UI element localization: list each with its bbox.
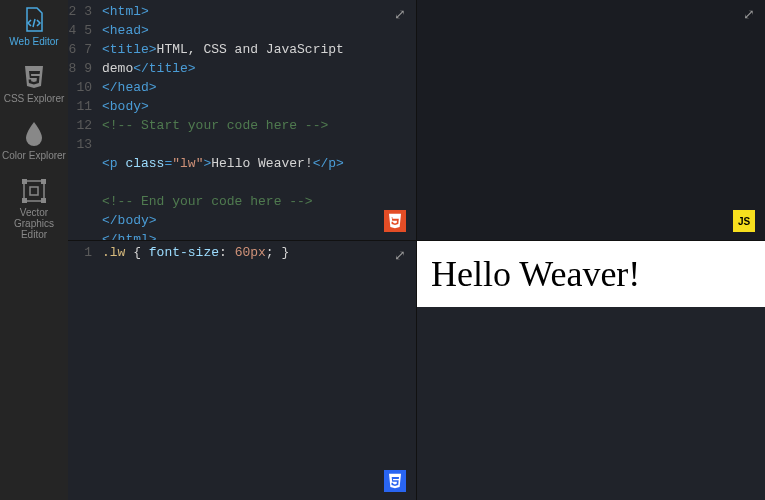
- code-content[interactable]: .lw { font-size: 60px; }: [102, 243, 416, 262]
- html5-badge-icon: [384, 210, 406, 232]
- line-gutter: 2 3 4 5 6 7 8 9 10 11 12 13: [68, 2, 102, 240]
- svg-rect-2: [41, 179, 46, 184]
- editor-grid: ⤢ 2 3 4 5 6 7 8 9 10 11 12 13 <html> <he…: [68, 0, 765, 500]
- sidebar-item-label: Vector Graphics Editor: [2, 207, 66, 240]
- css-badge-icon: [384, 470, 406, 492]
- css3-icon: [20, 63, 48, 91]
- sidebar-item-label: CSS Explorer: [4, 93, 65, 104]
- css-code-editor[interactable]: 1 .lw { font-size: 60px; }: [68, 241, 416, 262]
- sidebar-item-color-explorer[interactable]: Color Explorer: [0, 116, 68, 165]
- preview-pane: Hello Weaver!: [417, 241, 765, 500]
- vector-icon: [20, 177, 48, 205]
- sidebar-item-css-explorer[interactable]: CSS Explorer: [0, 59, 68, 108]
- sidebar-item-web-editor[interactable]: Web Editor: [0, 2, 68, 51]
- svg-rect-5: [30, 187, 38, 195]
- js-editor-pane[interactable]: ⤢ JS: [417, 0, 765, 240]
- sidebar-item-vector-editor[interactable]: Vector Graphics Editor: [0, 173, 68, 244]
- css-editor-pane[interactable]: ⤢ 1 .lw { font-size: 60px; }: [68, 241, 416, 500]
- expand-icon[interactable]: ⤢: [743, 6, 755, 22]
- svg-rect-4: [41, 198, 46, 203]
- code-file-icon: [20, 6, 48, 34]
- js-badge-icon: JS: [733, 210, 755, 232]
- preview-output: Hello Weaver!: [417, 241, 765, 307]
- code-content[interactable]: <html> <head> <title>HTML, CSS and JavaS…: [102, 2, 416, 240]
- sidebar-item-label: Color Explorer: [2, 150, 66, 161]
- svg-rect-3: [22, 198, 27, 203]
- svg-rect-1: [22, 179, 27, 184]
- sidebar: Web Editor CSS Explorer Color Explorer V…: [0, 0, 68, 500]
- expand-icon[interactable]: ⤢: [394, 247, 406, 263]
- line-gutter: 1: [68, 243, 102, 262]
- html-editor-pane[interactable]: ⤢ 2 3 4 5 6 7 8 9 10 11 12 13 <html> <he…: [68, 0, 416, 240]
- expand-icon[interactable]: ⤢: [394, 6, 406, 22]
- sidebar-item-label: Web Editor: [9, 36, 58, 47]
- html-code-editor[interactable]: 2 3 4 5 6 7 8 9 10 11 12 13 <html> <head…: [68, 0, 416, 240]
- droplet-icon: [20, 120, 48, 148]
